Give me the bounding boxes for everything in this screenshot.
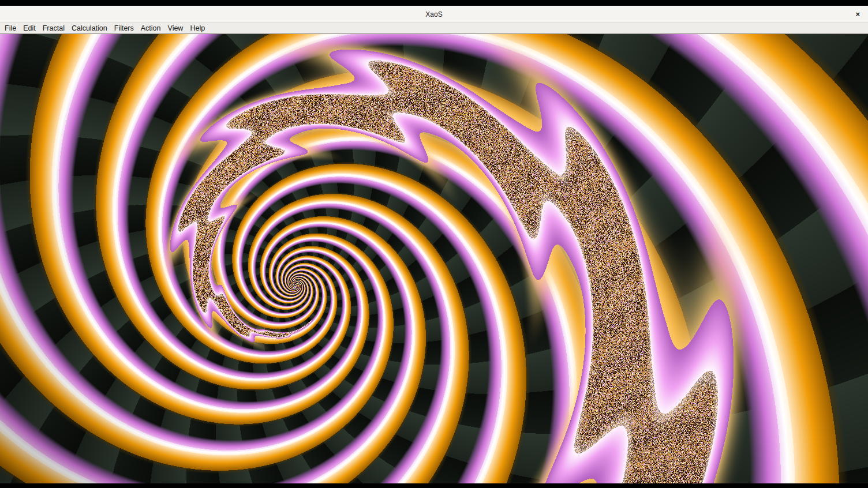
fractal-viewport [0, 34, 868, 483]
window-titlebar: XaoS × [0, 6, 868, 23]
menu-item-action[interactable]: Action [141, 23, 166, 33]
window-title: XaoS [425, 10, 442, 18]
fractal-canvas[interactable] [0, 34, 868, 483]
menu-item-fractal[interactable]: Fractal [43, 23, 70, 33]
top-letterbox [0, 0, 868, 6]
menu-item-help[interactable]: Help [190, 23, 210, 33]
menu-item-calculation[interactable]: Calculation [72, 23, 113, 33]
menu-item-view[interactable]: View [168, 23, 189, 33]
close-button[interactable]: × [853, 6, 862, 22]
menu-item-filters[interactable]: Filters [114, 23, 139, 33]
menu-bar: File Edit Fractal Calculation Filters Ac… [0, 23, 868, 34]
menu-item-file[interactable]: File [5, 23, 21, 33]
bottom-letterbox [0, 483, 868, 488]
menu-item-edit[interactable]: Edit [23, 23, 41, 33]
